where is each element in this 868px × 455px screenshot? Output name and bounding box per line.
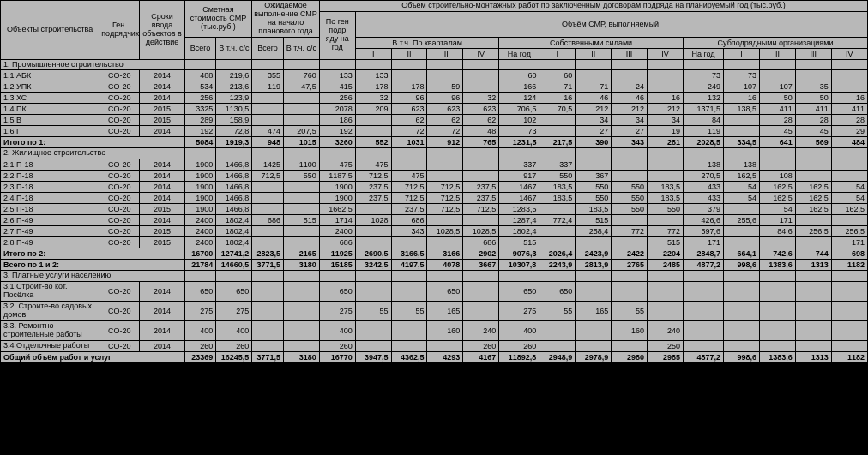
cell: 35 — [795, 81, 831, 93]
cell: 2948,9 — [539, 351, 576, 362]
cell: 70,5 — [539, 104, 576, 115]
h-sub: Субподрядными организациями — [683, 37, 867, 48]
cell: 162,5 — [759, 182, 795, 193]
cell: 367 — [576, 171, 612, 182]
cell: 260 — [319, 340, 355, 351]
cell: 744 — [795, 248, 831, 260]
cell — [612, 70, 648, 81]
table-row: 1.2 УПК СО-20 2014 534213,611947,5415178… — [1, 81, 868, 93]
cell: 515 — [576, 215, 612, 226]
cell — [355, 115, 391, 126]
cell — [683, 148, 723, 159]
row-year: 2014 — [140, 340, 184, 351]
cell — [576, 320, 612, 340]
h-genpodr: По ген подр яду на год — [319, 11, 355, 59]
cell: 255,6 — [724, 215, 760, 226]
cell: 3180 — [283, 351, 319, 362]
cell: 2026,4 — [539, 248, 576, 260]
cell: 3325 — [184, 104, 216, 115]
cell — [355, 340, 391, 351]
cell: 171 — [759, 215, 795, 226]
cell: 2985 — [648, 351, 684, 362]
cell — [539, 115, 576, 126]
cell — [283, 182, 319, 193]
cell: 34 — [648, 115, 684, 126]
row-year: 2015 — [140, 104, 184, 115]
cell: 270,5 — [683, 171, 723, 182]
cell: 1028,5 — [463, 226, 499, 237]
cell: 84,6 — [759, 226, 795, 237]
cell — [683, 320, 723, 340]
row-year: 2014 — [140, 70, 184, 81]
cell — [539, 271, 576, 282]
cell: 289 — [184, 115, 216, 126]
cell: 698 — [831, 248, 867, 260]
cell: 2485 — [648, 260, 684, 271]
table-row: 3.2. Строите-во садовых домов СО-20 2014… — [1, 302, 868, 321]
cell: 1383,6 — [759, 260, 795, 271]
table-row: 2.7 П-49 СО-20 2015 24001802,42400343102… — [1, 226, 868, 237]
cell — [612, 59, 648, 70]
cell: 433 — [683, 193, 723, 204]
cell: 641 — [759, 137, 795, 148]
cell — [216, 148, 252, 159]
h-q3c: III — [795, 48, 831, 59]
h-q4a: IV — [463, 48, 499, 59]
cell: 250 — [648, 340, 684, 351]
cell — [795, 70, 831, 81]
cell: 390 — [576, 137, 612, 148]
cell: 47,5 — [283, 81, 319, 93]
cell: 54 — [724, 193, 760, 204]
cell — [427, 237, 463, 248]
cell: 45 — [759, 126, 795, 137]
cell — [463, 215, 499, 226]
cell: 1802,4 — [499, 226, 539, 237]
cell: 5084 — [184, 137, 216, 148]
cell — [252, 271, 284, 282]
cell: 183,5 — [539, 182, 576, 193]
cell: 515 — [499, 237, 539, 248]
cell — [539, 226, 576, 237]
cell: 650 — [319, 282, 355, 302]
cell: 54 — [831, 193, 867, 204]
cell — [391, 282, 427, 302]
cell — [355, 237, 391, 248]
row-gen: СО-20 — [99, 126, 140, 137]
cell: 1466,8 — [216, 171, 252, 182]
row-gen: СО-20 — [99, 182, 140, 193]
cell: 1028,5 — [427, 226, 463, 237]
cell: 2400 — [184, 237, 216, 248]
cell — [759, 271, 795, 282]
cell: 948 — [252, 137, 284, 148]
cell: 1187,5 — [319, 171, 355, 182]
cell: 400 — [216, 320, 252, 340]
cell — [724, 237, 760, 248]
cell — [499, 148, 539, 159]
cell: 54 — [831, 182, 867, 193]
row-name: 2.6 П-49 — [1, 215, 99, 226]
cell: 171 — [683, 237, 723, 248]
h-q4c: IV — [831, 48, 867, 59]
total-label: Всего по 1 и 2: — [1, 260, 185, 271]
section-label: 2. Жилищное строительство — [1, 148, 185, 159]
row-name: 2.7 П-49 — [1, 226, 99, 237]
cell — [795, 282, 831, 302]
cell: 281 — [648, 137, 684, 148]
cell: 10307,8 — [499, 260, 539, 271]
table-row: 2.4 П-18 СО-20 2014 19001466,81900237,57… — [1, 193, 868, 204]
cell — [648, 302, 684, 321]
cell — [831, 340, 867, 351]
cell: 550 — [576, 193, 612, 204]
cell: 4293 — [427, 351, 463, 362]
cell: 46 — [576, 93, 612, 104]
cell: 2902 — [463, 248, 499, 260]
cell — [831, 148, 867, 159]
cell — [539, 320, 576, 340]
cell: 334,5 — [724, 137, 760, 148]
row-name: 2.4 П-18 — [1, 193, 99, 204]
cell: 24 — [612, 81, 648, 93]
row-year: 2015 — [140, 226, 184, 237]
cell: 60 — [539, 70, 576, 81]
cell — [539, 59, 576, 70]
cell: 2028,5 — [683, 137, 723, 148]
